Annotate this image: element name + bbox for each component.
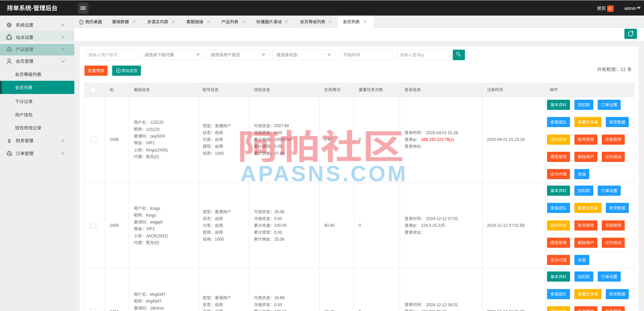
- svg-text:Kings: Kings: [150, 206, 160, 211]
- svg-text:124.5.25.225: 124.5.25.225: [421, 223, 445, 228]
- svg-text:ID: ID: [109, 88, 114, 92]
- svg-text:2027.68: 2027.68: [274, 123, 289, 128]
- svg-text:40-40: 40-40: [324, 223, 335, 228]
- svg-text:Kings: Kings: [146, 213, 156, 218]
- svg-text:16.69: 16.69: [274, 295, 284, 300]
- svg-text:1fkHmo: 1fkHmo: [150, 306, 164, 311]
- svg-text:Kings(2435): Kings(2435): [146, 148, 168, 152]
- svg-text:2024-12-12 07:01:56: 2024-12-12 07:01:56: [487, 223, 525, 228]
- svg-text:1000: 1000: [215, 237, 224, 242]
- svg-text:ceyGEH: ceyGEH: [150, 134, 165, 139]
- svg-text:169.150.222.76(2): 169.150.222.76(2): [421, 137, 454, 142]
- svg-text:APASNS.COM: APASNS.COM: [240, 161, 408, 186]
- svg-text:$: $: [8, 138, 11, 144]
- svg-text:2435: 2435: [110, 223, 119, 228]
- svg-text:ip: ip: [421, 53, 424, 57]
- svg-text:123123: 123123: [146, 127, 159, 132]
- svg-text:(0): (0): [154, 154, 159, 159]
- svg-text:ip: ip: [413, 309, 416, 311]
- svg-text:0.00: 0.00: [274, 216, 282, 221]
- svg-text:2025-04-01 01:26: 2025-04-01 01:26: [426, 130, 458, 135]
- svg-text:eegppf: eegppf: [150, 220, 163, 224]
- svg-text:khg4347: khg4347: [150, 292, 166, 297]
- svg-text:VIP1: VIP1: [146, 226, 155, 231]
- svg-text:25.06: 25.06: [274, 237, 284, 242]
- svg-text:2024-12-12 06:01: 2024-12-12 06:01: [426, 303, 458, 307]
- svg-text:0.00: 0.00: [274, 230, 282, 235]
- svg-text:0.00: 0.00: [274, 303, 282, 307]
- svg-text:(0): (0): [154, 240, 159, 245]
- svg-text:khg4347: khg4347: [146, 299, 162, 304]
- svg-text:100.00: 100.00: [274, 309, 287, 311]
- svg-text:JACK(2432): JACK(2432): [146, 234, 168, 238]
- svg-text:2434: 2434: [110, 309, 119, 311]
- svg-text:40-40: 40-40: [324, 309, 335, 311]
- svg-text:2024-12-12 06:01:38: 2024-12-12 06:01:38: [487, 309, 525, 311]
- svg-text:2436: 2436: [110, 137, 119, 142]
- svg-text:12: 12: [621, 67, 626, 72]
- svg-text:-: -: [31, 5, 33, 11]
- svg-text:VIP1: VIP1: [146, 141, 155, 145]
- svg-text:25.06: 25.06: [274, 210, 284, 214]
- svg-text:100.00: 100.00: [274, 223, 287, 228]
- svg-text:0: 0: [359, 309, 361, 311]
- svg-text:2024-12-12 07:02: 2024-12-12 07:02: [426, 216, 458, 221]
- svg-text:2025-04-01 01:23:16: 2025-04-01 01:23:16: [487, 137, 525, 142]
- svg-text:admin: admin: [624, 6, 636, 11]
- svg-text:0: 0: [359, 223, 361, 228]
- svg-text:ip: ip: [413, 223, 416, 228]
- svg-text:123123: 123123: [150, 120, 164, 125]
- svg-text:118.235.93.62: 118.235.93.62: [421, 309, 447, 311]
- svg-text:1000: 1000: [215, 151, 224, 156]
- svg-text:0: 0: [609, 6, 611, 11]
- svg-text:ip: ip: [413, 137, 416, 142]
